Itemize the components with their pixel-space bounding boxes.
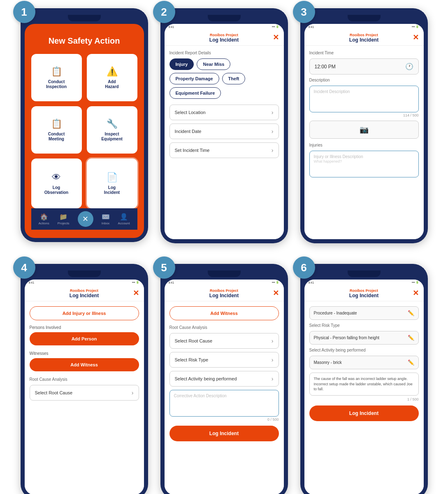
nav-close-btn[interactable]: ✕ xyxy=(78,211,93,227)
description-input[interactable]: Incident Description xyxy=(309,86,419,112)
phone-frame-3: 9:41 ▪▪▪ 🔋 Rooibos Project Log Incident … xyxy=(300,8,428,243)
nav-actions[interactable]: 🏠 Actions xyxy=(38,213,49,225)
close-btn-2[interactable]: ✕ xyxy=(273,33,279,42)
screen-content-4: Add Injury or Illness Persons Involved A… xyxy=(25,301,144,494)
close-btn-6[interactable]: ✕ xyxy=(413,289,419,298)
action-grid: 📋 ConductInspection ⚠️ AddHazard 📋 Condu… xyxy=(31,54,137,208)
signal-display-5: ▪▪▪ 🔋 xyxy=(272,281,279,284)
select-risk-type-5[interactable]: Select Risk Type › xyxy=(169,352,279,368)
screen-title-4: Log Incident xyxy=(30,293,139,298)
root-cause-label-4: Root Cause Analysis xyxy=(30,377,139,382)
signal-display-2: ▪▪▪ 🔋 xyxy=(272,25,279,28)
phone-6: 6 9:41 ▪▪▪ 🔋 Rooibos Project Log Inciden… xyxy=(300,264,428,494)
select-incident-date[interactable]: Incident Date › xyxy=(169,124,279,139)
screen-header-2: Rooibos Project Log Incident ✕ xyxy=(165,30,284,46)
step-badge-3: 3 xyxy=(293,1,315,23)
add-person-btn[interactable]: Add Person xyxy=(30,332,139,345)
add-witness-btn[interactable]: Add Witness xyxy=(30,358,139,371)
screen1-bg: New Safety Action 📋 ConductInspection ⚠️… xyxy=(25,24,144,238)
select-root-cause-5[interactable]: Select Root Cause › xyxy=(169,333,279,349)
screen-title-5: Log Incident xyxy=(169,293,279,298)
description-label: Description xyxy=(309,78,419,82)
nav-projects[interactable]: 📁 Projects xyxy=(58,213,70,225)
notch-pill-3 xyxy=(348,15,381,21)
action-tile-1[interactable]: ⚠️ AddHazard xyxy=(87,54,137,101)
inspect-equipment-icon: 🔧 xyxy=(107,119,118,129)
type-equipment-failure[interactable]: Equipment Failure xyxy=(169,87,221,99)
chevron-root-cause-5: › xyxy=(272,338,274,344)
step-badge-6: 6 xyxy=(293,256,315,279)
type-injury[interactable]: Injury xyxy=(169,58,194,70)
phone-frame-2: 9:41 ▪▪▪ 🔋 Rooibos Project Log Incident … xyxy=(160,8,288,243)
action-label-5: LogIncident xyxy=(104,185,120,195)
phone-frame-1: New Safety Action 📋 ConductInspection ⚠️… xyxy=(21,8,148,242)
select-root-cause-label-4: Select Root Cause xyxy=(35,390,73,395)
log-incident-btn-6[interactable]: Log Incident xyxy=(309,405,419,421)
nav-account-label: Account xyxy=(118,221,130,225)
incident-time-label: Incident Time xyxy=(309,51,419,55)
action-label-2: ConductMeeting xyxy=(48,132,65,142)
screen1-title: New Safety Action xyxy=(31,36,137,46)
step-badge-4: 4 xyxy=(13,256,35,279)
section-label-2: Incident Report Details xyxy=(169,51,279,55)
time-display-3: 9:41 xyxy=(309,26,314,28)
phone-5: 5 9:41 ▪▪▪ 🔋 Rooibos Project Log Inciden… xyxy=(160,264,288,494)
status-bar-3: 9:41 ▪▪▪ 🔋 xyxy=(304,24,424,30)
action-label-3: InspectEquipment xyxy=(101,132,123,142)
injuries-input[interactable]: Injury or Illness DescriptionWhat happen… xyxy=(309,151,419,177)
nav-inbox[interactable]: ✉️ Inbox xyxy=(102,213,110,225)
conduct-meeting-icon: 📋 xyxy=(51,119,62,129)
action-tile-2[interactable]: 📋 ConductMeeting xyxy=(31,106,82,154)
action-tile-0[interactable]: 📋 ConductInspection xyxy=(31,54,82,101)
chevron-location: › xyxy=(272,109,274,116)
time-display-4: 9:41 xyxy=(29,281,35,284)
set-incident-time[interactable]: Set Incident Time › xyxy=(169,142,279,158)
incident-time-input[interactable]: 12:00 PM 🕐 xyxy=(309,58,419,75)
camera-button[interactable]: 📷 xyxy=(309,121,419,139)
field-risk-type[interactable]: Physical - Person falling from height ✏️ xyxy=(309,331,419,345)
add-injury-btn[interactable]: Add Injury or Illness xyxy=(30,306,139,320)
add-witness-btn-5[interactable]: Add Witness xyxy=(169,306,279,320)
log-incident-btn-5[interactable]: Log Incident xyxy=(169,426,279,441)
status-bar-6: 9:41 ▪▪▪ 🔋 xyxy=(304,280,424,285)
field-activity[interactable]: Masonry - brick ✏️ xyxy=(309,356,419,369)
project-name-3: Rooibos Project xyxy=(309,33,419,37)
nav-account[interactable]: 👤 Account xyxy=(118,213,130,225)
close-btn-3[interactable]: ✕ xyxy=(413,33,419,42)
type-theft[interactable]: Theft xyxy=(222,73,246,84)
select-activity-5[interactable]: Select Activity being performed › xyxy=(169,371,279,387)
signal-display-4: ▪▪▪ 🔋 xyxy=(132,281,139,284)
screen-header-4: Rooibos Project Log Incident ✕ xyxy=(25,285,144,301)
phone-4: 4 9:41 ▪▪▪ 🔋 Rooibos Project Log Inciden… xyxy=(21,264,148,494)
add-hazard-icon: ⚠️ xyxy=(107,66,118,77)
select-root-cause-4[interactable]: Select Root Cause › xyxy=(30,385,139,401)
type-property-damage[interactable]: Property Damage xyxy=(169,73,219,84)
project-name-6: Rooibos Project xyxy=(309,289,419,293)
screen-title-2: Log Incident xyxy=(169,37,279,43)
signal-display-3: ▪▪▪ 🔋 xyxy=(412,25,419,28)
edit-icon-activity: ✏️ xyxy=(408,359,414,366)
incident-time-value: 12:00 PM xyxy=(315,64,336,70)
action-tile-4[interactable]: 👁 LogObservation xyxy=(31,158,82,208)
type-near-miss[interactable]: Near Miss xyxy=(197,58,230,70)
action-label-1: AddHazard xyxy=(105,79,118,89)
action-tile-5[interactable]: 📄 LogIncident xyxy=(87,158,137,208)
notch-pill-2 xyxy=(208,15,241,21)
corrective-action-input[interactable]: Corrective Action Description xyxy=(169,390,279,417)
screen-content-2: Incident Report Details Injury Near Miss… xyxy=(165,46,284,239)
witnesses-label: Witnesses xyxy=(30,351,139,356)
time-display-5: 9:41 xyxy=(169,281,174,284)
field-procedure[interactable]: Procedure - Inadequate ✏️ xyxy=(309,306,419,320)
action-tile-3[interactable]: 🔧 InspectEquipment xyxy=(87,106,137,154)
conduct-inspection-icon: 📋 xyxy=(51,66,62,77)
phone-screen-2: 9:41 ▪▪▪ 🔋 Rooibos Project Log Incident … xyxy=(165,24,284,239)
camera-icon: 📷 xyxy=(360,126,369,134)
root-cause-label-5: Root Cause Analysis xyxy=(169,325,279,330)
close-btn-5[interactable]: ✕ xyxy=(273,289,279,298)
select-location[interactable]: Select Location › xyxy=(169,105,279,120)
corrective-char-count: 0 / 500 xyxy=(169,417,279,422)
close-btn-4[interactable]: ✕ xyxy=(133,289,139,298)
status-bar-2: 9:41 ▪▪▪ 🔋 xyxy=(165,24,284,30)
root-cause-section: Root Cause Analysis Select Root Cause › xyxy=(30,377,139,401)
select-activity-label-6: Select Activity being performed xyxy=(309,348,419,352)
